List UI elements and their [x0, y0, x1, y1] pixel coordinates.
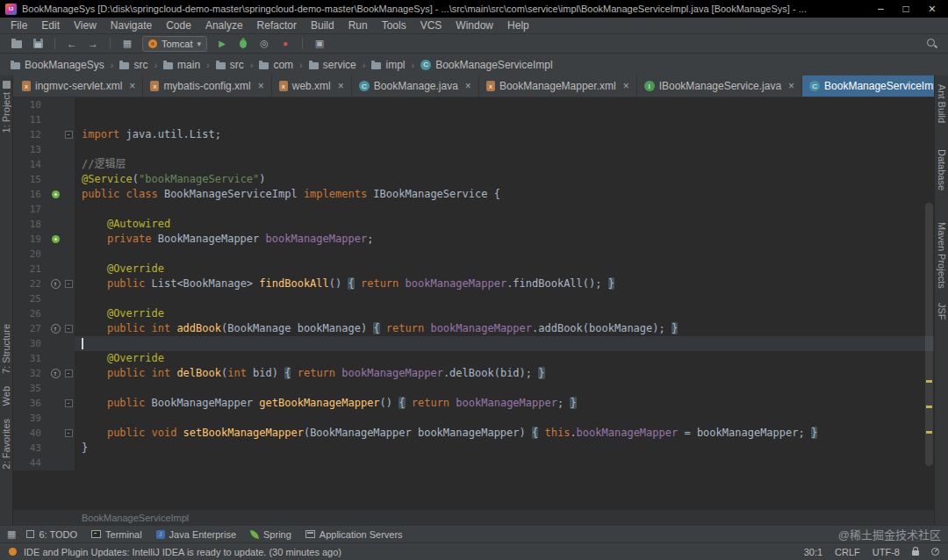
toolwindow-button-spring[interactable]: Spring [250, 529, 291, 540]
line-number[interactable]: 13 [13, 142, 48, 157]
code-line-40[interactable]: 40 public void setBookManageMapper(BookM… [13, 426, 934, 441]
code-line-35[interactable]: 35 [13, 381, 934, 396]
code-line-16[interactable]: 16public class BookManageServiceImpl imp… [13, 187, 934, 202]
code-line-36[interactable]: 36 public BookManageMapper getBookManage… [13, 396, 934, 411]
code-line-18[interactable]: 18 @Autowired [13, 217, 934, 232]
menu-vcs[interactable]: VCS [413, 18, 449, 33]
line-number[interactable]: 32 [13, 366, 48, 381]
fold-marker-icon[interactable] [65, 325, 73, 333]
fold-marker-icon[interactable] [65, 399, 73, 407]
code-line-12[interactable]: 12import java.util.List; [13, 127, 934, 142]
toolwindow-button-1-project[interactable]: 1: Project [1, 92, 11, 133]
menu-run[interactable]: Run [341, 18, 375, 33]
breadcrumb-item-src[interactable]: src [214, 59, 246, 71]
code-line-11[interactable]: 11 [13, 112, 934, 127]
coverage-button[interactable] [255, 36, 274, 52]
line-number[interactable]: 27 [13, 321, 48, 336]
toolwindow-button-web[interactable]: Web [1, 386, 11, 406]
code-line-22[interactable]: 22 public List<BookManage> findBookAll()… [13, 276, 934, 291]
breadcrumb-item-impl[interactable]: impl [370, 59, 406, 71]
toolwindow-button-6-todo[interactable]: 6: TODO [26, 529, 77, 540]
menu-edit[interactable]: Edit [34, 18, 67, 33]
line-number[interactable]: 44 [13, 456, 48, 470]
breadcrumb-item-service[interactable]: service [307, 59, 358, 71]
breadcrumb-item-bookmanageserviceimpl[interactable]: BookManageServiceImpl [419, 59, 554, 71]
error-stripe-mark[interactable] [926, 431, 932, 434]
save-all-button[interactable] [28, 36, 47, 52]
line-number[interactable]: 17 [13, 202, 48, 217]
code-line-19[interactable]: 19 private BookManageMapper bookManageMa… [13, 232, 934, 247]
close-tab-icon[interactable] [258, 80, 264, 92]
line-number[interactable]: 26 [13, 306, 48, 321]
project-toolwindow-icon[interactable] [3, 81, 11, 89]
menu-view[interactable]: View [67, 18, 104, 33]
fold-marker-icon[interactable] [65, 429, 73, 437]
code-line-15[interactable]: 15@Service("bookManageService") [13, 172, 934, 187]
menu-tools[interactable]: Tools [375, 18, 413, 33]
line-number[interactable]: 40 [13, 426, 48, 441]
line-number[interactable]: 11 [13, 112, 48, 127]
line-number[interactable]: 19 [13, 232, 48, 247]
line-number[interactable]: 10 [13, 97, 48, 112]
toolwindow-button-application-servers[interactable]: Application Servers [305, 529, 403, 540]
overriding-method-icon[interactable] [51, 369, 61, 378]
toolwindow-button-maven-projects[interactable]: Maven Projects [937, 222, 947, 289]
code-line-31[interactable]: 31 @Override [13, 351, 934, 366]
close-tab-icon[interactable] [338, 80, 344, 92]
close-button[interactable] [929, 0, 936, 18]
update-notification-icon[interactable] [9, 548, 17, 556]
build-button[interactable] [118, 36, 137, 52]
close-tab-icon[interactable] [129, 80, 135, 92]
minimize-button[interactable] [878, 0, 884, 18]
toolwindow-button-2-favorites[interactable]: 2: Favorites [1, 419, 11, 469]
back-button[interactable] [62, 36, 82, 52]
lock-icon[interactable] [912, 550, 919, 556]
line-number[interactable]: 15 [13, 172, 48, 187]
fold-marker-icon[interactable] [65, 280, 73, 288]
tab-ingmvc-servlet-xml[interactable]: ingmvc-servlet.xml [15, 75, 143, 97]
line-number[interactable]: 30 [13, 336, 48, 351]
fold-marker-icon[interactable] [65, 131, 73, 139]
overriding-method-icon[interactable] [51, 279, 61, 289]
debug-button[interactable] [233, 36, 253, 52]
toolwindow-button-terminal[interactable]: Terminal [91, 529, 142, 540]
run-config-selector[interactable]: Tomcat [142, 36, 207, 52]
breadcrumb-class-label[interactable]: BookManageServiceImpl [82, 513, 189, 523]
menu-code[interactable]: Code [159, 18, 198, 33]
caret-position[interactable]: 30:1 [804, 547, 822, 557]
run-button[interactable] [212, 36, 232, 52]
close-tab-icon[interactable] [465, 80, 471, 92]
breadcrumb-item-main[interactable]: main [162, 59, 202, 71]
breadcrumb-item-src[interactable]: src [118, 59, 149, 71]
open-button[interactable] [7, 36, 26, 52]
tab-web-xml[interactable]: web.xml [272, 75, 352, 97]
code-line-13[interactable]: 13 [13, 142, 934, 157]
code-line-14[interactable]: 14//逻辑层 [13, 157, 934, 172]
forward-button[interactable] [83, 36, 103, 52]
code-line-44[interactable]: 44 [13, 456, 934, 470]
code-line-17[interactable]: 17 [13, 202, 934, 217]
menu-analyze[interactable]: Analyze [198, 18, 250, 33]
line-number[interactable]: 39 [13, 411, 48, 426]
tab-bookmanage-java[interactable]: BookManage.java [352, 75, 479, 97]
line-number[interactable]: 36 [13, 396, 48, 411]
line-number[interactable]: 43 [13, 441, 48, 456]
toolwindow-button-database[interactable]: Database [937, 149, 947, 190]
line-number[interactable]: 31 [13, 351, 48, 366]
close-tab-icon[interactable] [623, 80, 629, 92]
toolwindow-button-7-structure[interactable]: 7: Structure [1, 324, 11, 374]
code-line-21[interactable]: 21 @Override [13, 262, 934, 276]
toolwindow-button-java-enterprise[interactable]: Java Enterprise [156, 529, 236, 540]
status-message[interactable]: IDE and Plugin Updates: IntelliJ IDEA is… [24, 547, 341, 557]
overriding-method-icon[interactable] [51, 324, 61, 334]
error-stripe-mark[interactable] [926, 380, 932, 383]
menu-build[interactable]: Build [304, 18, 341, 33]
line-number[interactable]: 21 [13, 262, 48, 276]
menu-file[interactable]: File [4, 18, 34, 33]
menu-window[interactable]: Window [449, 18, 500, 33]
line-number[interactable]: 16 [13, 187, 48, 202]
fold-marker-icon[interactable] [65, 370, 73, 377]
error-stripe-mark[interactable] [926, 406, 932, 408]
code-line-25[interactable]: 25 [13, 291, 934, 306]
file-encoding[interactable]: UTF-8 [873, 547, 900, 557]
